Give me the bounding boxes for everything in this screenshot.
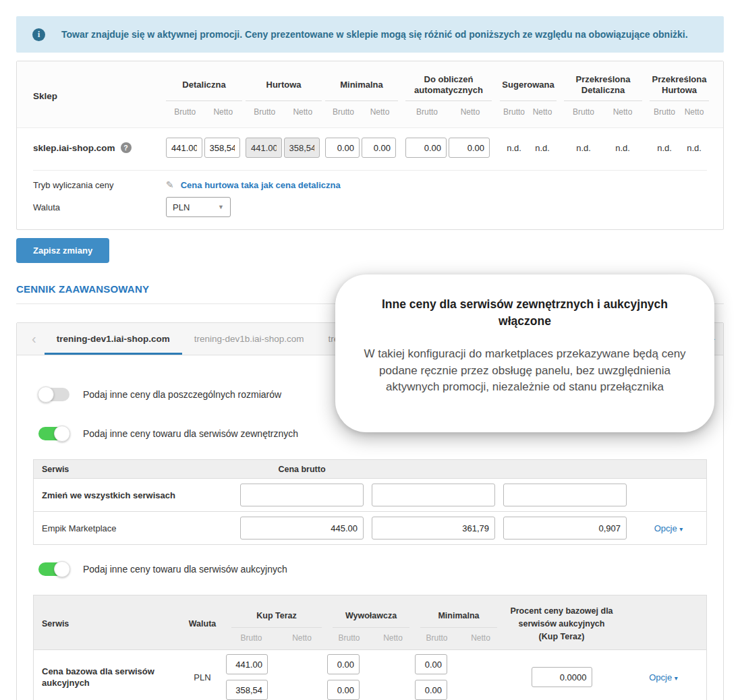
table-header-row: Serwis Cena brutto	[34, 460, 706, 478]
column-group-kup-teraz: Kup Teraz BruttoNetto	[226, 606, 327, 643]
price-mode-link[interactable]: Cena hurtowa taka jak cena detaliczna	[181, 180, 341, 190]
table-row-change-all: Zmień we wszystkich serwisach	[34, 478, 706, 511]
info-icon: i	[32, 28, 45, 41]
caret-down-icon: ▾	[679, 525, 683, 533]
przekreslona-detaliczna-netto-value: n.d.	[603, 143, 642, 153]
do-obliczen-netto-input[interactable]	[449, 138, 490, 158]
minimalna-netto-input[interactable]	[415, 680, 447, 700]
column-group-do-obliczen: Do obliczeń automatycznych BruttoNetto	[405, 72, 492, 119]
do-obliczen-brutto-input[interactable]	[405, 138, 447, 158]
options-dropdown[interactable]: Opcje ▾	[649, 672, 678, 682]
tab-trening-dev1[interactable]: trening-dev1.iai-shop.com	[45, 323, 182, 355]
divider	[166, 100, 242, 101]
currency-label: Waluta	[33, 202, 166, 212]
divider	[333, 627, 409, 628]
banner-text: Towar znajduje się w aktywnej promocji. …	[61, 29, 688, 40]
shop-name: sklep.iai-shop.com	[33, 143, 115, 153]
divider	[246, 100, 322, 101]
column-group-sugerowana: Sugerowana BruttoNetto	[500, 72, 557, 119]
przekreslona-hurtowa-netto-value: n.d.	[679, 143, 709, 153]
table-header-row: Serwis Waluta Kup Teraz BruttoNetto Wywo…	[34, 595, 706, 649]
toggle-knob	[54, 426, 70, 442]
column-header-sklep: Sklep	[33, 72, 166, 119]
change-all-input-1[interactable]	[240, 484, 364, 506]
column-group-minimalna: Minimalna BruttoNetto	[325, 72, 398, 119]
mode-label: Tryb wyliczania ceny	[33, 180, 166, 190]
sugerowana-netto-value: n.d.	[528, 143, 557, 153]
row-label: Empik Marketplace	[34, 523, 236, 533]
tooltip-title: Inne ceny dla serwisów zewnętrznych i au…	[364, 296, 686, 329]
pencil-icon: ✎	[166, 179, 174, 190]
procent-input[interactable]	[532, 667, 592, 687]
external-services-toggle[interactable]	[38, 427, 69, 440]
shop-prices-card: Sklep Detaliczna BruttoNetto Hurtowa Bru…	[16, 61, 724, 230]
tooltip-body: W takiej konfiguracji do marketplaces pr…	[364, 346, 686, 396]
caret-down-icon: ▾	[675, 674, 678, 682]
chevron-left-icon[interactable]: ‹	[24, 323, 45, 355]
empik-netto-input[interactable]	[372, 517, 495, 539]
row-label: Cena bazowa dla serwisów aukcyjnych	[34, 666, 179, 689]
tooltip-popup: Inne ceny dla serwisów zewnętrznych i au…	[335, 274, 714, 432]
currency-selected-value: PLN	[173, 202, 190, 212]
options-dropdown[interactable]: Opcje ▾	[654, 523, 683, 533]
tab-trening-dev1b[interactable]: trening-dev1b.iai-shop.com	[182, 323, 316, 355]
divider	[564, 100, 642, 101]
help-icon[interactable]: ?	[121, 142, 132, 153]
column-header-procent: Procent ceny bazowej dla serwisów aukcyj…	[503, 605, 621, 643]
empik-kurs-input[interactable]	[503, 517, 627, 539]
column-group-wywolawcza: Wywoławcza BruttoNetto	[327, 606, 415, 643]
promo-info-banner: i Towar znajduje się w aktywnej promocji…	[16, 16, 724, 53]
change-all-input-3[interactable]	[503, 484, 627, 506]
save-button[interactable]: Zapisz zmiany	[16, 238, 109, 263]
column-group-hurtowa: Hurtowa BruttoNetto	[246, 72, 322, 119]
divider	[231, 627, 322, 628]
caret-down-icon: ▼	[218, 204, 224, 210]
column-group-minimalna: Minimalna BruttoNetto	[415, 606, 503, 643]
sizes-toggle[interactable]	[38, 388, 69, 401]
toggle-row-auction-services: Podaj inne ceny towaru dla serwisów aukc…	[38, 554, 707, 584]
divider	[650, 100, 709, 101]
currency-value: PLN	[179, 672, 226, 682]
auction-services-table: Serwis Waluta Kup Teraz BruttoNetto Wywo…	[33, 595, 707, 700]
row-label: Zmień we wszystkich serwisach	[34, 490, 236, 500]
column-group-przekreslona-detaliczna: Przekreślona Detaliczna BruttoNetto	[564, 72, 642, 119]
wywolawcza-brutto-input[interactable]	[327, 654, 360, 674]
change-all-input-2[interactable]	[372, 484, 495, 506]
column-header-serwis: Serwis	[34, 465, 236, 474]
toggle-knob	[54, 561, 70, 577]
minimalna-netto-input[interactable]	[362, 138, 396, 158]
toggle-label: Podaj inne ceny dla poszczególnych rozmi…	[83, 389, 281, 400]
minimalna-brutto-input[interactable]	[325, 138, 360, 158]
column-header-serwis: Serwis	[34, 619, 179, 629]
minimalna-brutto-input[interactable]	[415, 654, 447, 674]
currency-select[interactable]: PLN ▼	[166, 197, 231, 217]
divider	[500, 100, 557, 101]
hurtowa-brutto-input	[246, 138, 282, 158]
detaliczna-netto-input[interactable]	[204, 138, 241, 158]
column-header-cena-brutto: Cena brutto	[236, 465, 368, 474]
toggle-knob	[38, 386, 54, 403]
column-group-przekreslona-hurtowa: Przekreślona Hurtowa BruttoNetto	[650, 72, 709, 119]
divider	[405, 100, 492, 101]
table-row-auction-base: Cena bazowa dla serwisów aukcyjnych PLN	[34, 649, 706, 700]
detaliczna-brutto-input[interactable]	[166, 138, 202, 158]
hurtowa-netto-input	[284, 138, 320, 158]
divider	[325, 100, 398, 101]
auction-services-toggle[interactable]	[38, 562, 69, 576]
toggle-label: Podaj inne ceny towaru dla serwisów zewn…	[83, 428, 298, 439]
shop-price-row: sklep.iai-shop.com ? n.d. n.d.	[17, 127, 723, 170]
column-group-detaliczna: Detaliczna BruttoNetto	[166, 72, 242, 119]
wywolawcza-netto-input[interactable]	[327, 680, 360, 700]
table-row-empik: Empik Marketplace Opcje ▾	[34, 511, 706, 544]
przekreslona-hurtowa-brutto-value: n.d.	[650, 143, 679, 153]
kup-teraz-brutto-input[interactable]	[226, 654, 268, 674]
column-header-waluta: Waluta	[179, 619, 226, 629]
kup-teraz-netto-input[interactable]	[226, 680, 268, 700]
empik-brutto-input[interactable]	[240, 517, 364, 539]
sugerowana-brutto-value: n.d.	[500, 143, 528, 153]
toggle-label: Podaj inne ceny towaru dla serwisów aukc…	[83, 564, 287, 575]
price-table-header: Sklep Detaliczna BruttoNetto Hurtowa Bru…	[17, 61, 723, 127]
divider	[420, 627, 497, 628]
przekreslona-detaliczna-brutto-value: n.d.	[564, 143, 603, 153]
price-meta-section: Tryb wyliczania ceny ✎ Cena hurtowa taka…	[33, 170, 707, 229]
